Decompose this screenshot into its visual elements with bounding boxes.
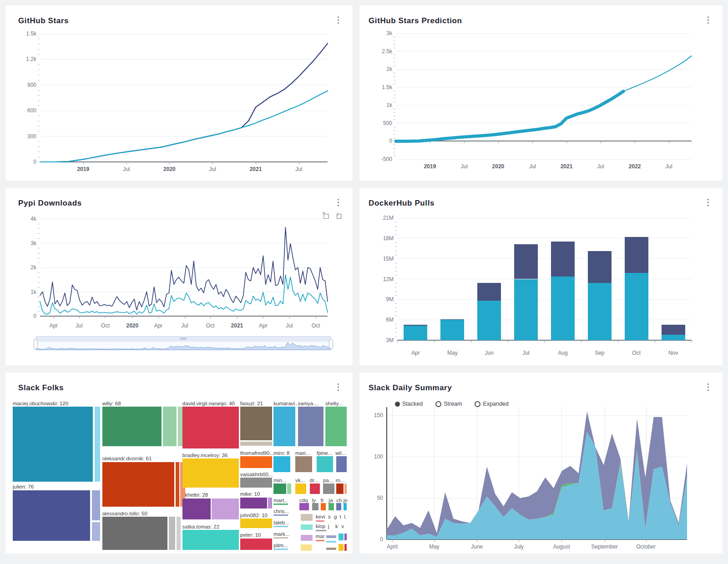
kebab-menu-icon[interactable]: ⋮ <box>334 198 343 206</box>
kebab-menu-icon[interactable]: ⋮ <box>704 383 713 391</box>
datazoom-grip-handle[interactable] <box>180 337 187 340</box>
treemap-block[interactable] <box>268 498 272 509</box>
treemap-tiny-block[interactable] <box>316 520 324 522</box>
y-minor-tick <box>38 262 40 263</box>
treemap-block[interactable] <box>92 490 100 520</box>
treemap-block[interactable] <box>102 407 162 446</box>
treemap-block[interactable] <box>323 483 334 494</box>
treemap-tiny-block[interactable] <box>273 504 288 505</box>
kebab-menu-icon[interactable]: ⋮ <box>704 15 713 24</box>
treemap-block[interactable] <box>299 503 309 510</box>
treemap-block[interactable] <box>163 407 177 446</box>
treemap-block[interactable] <box>13 407 93 482</box>
datazoom-right-handle[interactable] <box>329 339 333 349</box>
legend-item-expanded[interactable]: Expanded <box>475 401 508 407</box>
bar-segment-pulls-base[interactable] <box>477 301 501 340</box>
treemap-tiny-block[interactable] <box>273 514 288 516</box>
datazoom-left-handle[interactable] <box>34 339 38 349</box>
treemap-block[interactable] <box>273 407 295 446</box>
treemap-block[interactable] <box>344 544 347 551</box>
treemap-block[interactable] <box>240 539 272 550</box>
treemap-label: peter: 10 <box>240 532 261 538</box>
treemap-block[interactable] <box>212 499 238 520</box>
treemap-block[interactable] <box>102 517 167 550</box>
treemap-block[interactable] <box>102 462 175 507</box>
treemap-block[interactable] <box>301 524 313 530</box>
treemap-block[interactable] <box>325 407 347 446</box>
treemap-block[interactable] <box>177 517 181 550</box>
treemap-block[interactable] <box>240 456 272 468</box>
treemap-block[interactable] <box>182 530 239 550</box>
treemap-block[interactable] <box>336 483 344 494</box>
treemap-tiny-block[interactable] <box>273 549 288 550</box>
treemap-block[interactable] <box>240 498 267 509</box>
treemap-block[interactable] <box>295 456 312 472</box>
treemap-block[interactable] <box>273 483 286 494</box>
treemap-tiny-block[interactable] <box>273 526 288 527</box>
treemap-block[interactable] <box>329 503 334 510</box>
bar-segment-pulls-base[interactable] <box>440 320 464 340</box>
kebab-menu-icon[interactable]: ⋮ <box>704 198 713 206</box>
bar-segment-pulls-increment[interactable] <box>477 283 501 301</box>
treemap-tiny-block[interactable] <box>273 537 288 539</box>
treemap-block[interactable] <box>336 503 341 510</box>
treemap-block[interactable] <box>326 548 336 550</box>
treemap-tiny-block[interactable] <box>316 530 326 531</box>
treemap-block[interactable] <box>13 490 90 540</box>
bar-segment-pulls-increment[interactable] <box>551 242 575 277</box>
bar-segment-pulls-base[interactable] <box>404 326 427 340</box>
treemap-block[interactable] <box>339 534 344 540</box>
treemap-block[interactable] <box>92 522 100 540</box>
bar-segment-pulls-increment[interactable] <box>514 244 538 279</box>
treemap-block[interactable] <box>301 535 313 541</box>
treemap-block[interactable] <box>321 503 326 510</box>
x-axis-label: Jul <box>195 166 230 172</box>
treemap-block[interactable] <box>344 503 347 510</box>
treemap-block[interactable] <box>287 483 291 494</box>
treemap-block[interactable] <box>182 458 239 488</box>
kebab-menu-icon[interactable]: ⋮ <box>334 383 343 391</box>
treemap-block[interactable] <box>326 541 336 543</box>
treemap-block[interactable] <box>182 499 211 520</box>
treemap-block[interactable] <box>182 407 239 448</box>
treemap-block[interactable] <box>95 407 100 482</box>
treemap-tiny-block[interactable] <box>316 540 324 541</box>
treemap-block[interactable] <box>301 544 312 551</box>
bar-segment-pulls-base[interactable] <box>662 335 685 340</box>
treemap-block[interactable] <box>240 519 272 528</box>
treemap-block[interactable] <box>317 456 333 472</box>
treemap-block[interactable] <box>344 534 347 540</box>
treemap-block[interactable] <box>344 483 347 494</box>
y-minor-tick <box>394 84 395 84</box>
bar-segment-pulls-base[interactable] <box>551 277 575 340</box>
bar-segment-pulls-base[interactable] <box>588 283 612 340</box>
bar-segment-pulls-base[interactable] <box>514 279 538 341</box>
bar-segment-pulls-increment[interactable] <box>440 319 464 320</box>
bar-segment-pulls-increment[interactable] <box>404 325 427 325</box>
treemap-block[interactable] <box>240 442 272 446</box>
treemap-block[interactable] <box>336 456 347 472</box>
bar-segment-pulls-increment[interactable] <box>625 237 648 273</box>
legend-item-stream[interactable]: Stream <box>435 401 462 407</box>
kebab-menu-icon[interactable]: ⋮ <box>334 15 343 24</box>
treemap-block[interactable] <box>273 456 290 472</box>
treemap-block[interactable] <box>298 407 324 446</box>
treemap-block[interactable] <box>301 514 313 521</box>
bar-segment-pulls-base[interactable] <box>625 273 648 340</box>
y-minor-tick <box>394 73 395 73</box>
treemap-block[interactable] <box>295 483 306 494</box>
treemap-block[interactable] <box>312 503 318 510</box>
bar-segment-pulls-increment[interactable] <box>662 325 685 335</box>
treemap-block[interactable] <box>176 462 179 507</box>
datazoom-slider[interactable] <box>35 336 331 350</box>
treemap-block[interactable] <box>310 483 320 494</box>
treemap-block[interactable] <box>339 544 344 551</box>
datazoom-area <box>36 342 331 350</box>
treemap-block[interactable] <box>326 535 336 538</box>
bar-segment-pulls-increment[interactable] <box>588 251 612 283</box>
treemap-block[interactable] <box>169 517 176 550</box>
legend-item-stacked[interactable]: Stacked <box>395 401 423 407</box>
treemap-block[interactable] <box>240 478 272 488</box>
restore-icon[interactable] <box>334 212 343 220</box>
treemap-block[interactable] <box>240 407 272 441</box>
